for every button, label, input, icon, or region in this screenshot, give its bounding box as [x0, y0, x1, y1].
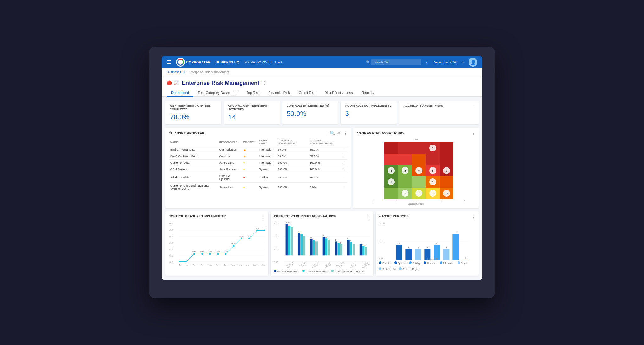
cell-priority: ♦: [242, 166, 257, 173]
svg-text:4: 4: [436, 243, 438, 244]
kpi-label-1: ONGOING RISK TREATMENT ACTIVITIES: [228, 104, 275, 111]
col-asset-type: ASSET TYPE: [257, 138, 276, 146]
matrix-cell: [384, 188, 398, 199]
kpi-aggregated-label: AGGREGATED ASSET RISKS: [403, 104, 474, 108]
asset-table-head: NAME RESPONSIBLE PRIORITY ASSET TYPE CON…: [169, 138, 347, 146]
risk-label: Risk: [356, 138, 475, 141]
cell-actions: 100.0 %: [308, 160, 341, 166]
cell-row-more[interactable]: ⋮: [341, 166, 347, 173]
svg-text:6: 6: [347, 238, 348, 240]
kpi-value-2: 50.0%: [287, 110, 334, 118]
table-row: SaaS Customer Data Anne Liu ▲ Informatio…: [169, 153, 347, 160]
tab-risk-effectiveness[interactable]: Risk Effectiveness: [320, 89, 357, 97]
chart-dot: [209, 253, 211, 255]
cell-row-more[interactable]: ⋮: [341, 173, 347, 183]
trend-icon-1: 🔴: [167, 80, 172, 85]
tab-reports[interactable]: Reports: [357, 89, 378, 97]
page-options-icon[interactable]: ⋮: [263, 80, 267, 85]
trend-icon-2: 📈: [173, 80, 179, 85]
edit-icon[interactable]: ✏: [337, 131, 341, 135]
chart-label: 12.5%: [192, 251, 196, 253]
kpi-aggregated: AGGREGATED ASSET RISKS ⋮: [399, 101, 479, 124]
col-actions: ACTIONS IMPLEMENTED (%): [308, 138, 341, 146]
inherent-risk-more-icon[interactable]: ⋮: [366, 215, 370, 220]
svg-rect-29: [359, 244, 362, 256]
cell-row-more[interactable]: ⋮: [341, 183, 347, 192]
tab-credit-risk[interactable]: Credit Risk: [294, 89, 320, 97]
legend-inherent: Inherent Risk Value: [274, 270, 299, 273]
chart-dot: [201, 253, 203, 255]
search-icon[interactable]: 🔍: [330, 131, 335, 135]
matrix-cell: [384, 142, 398, 154]
cell-priority: ▲: [242, 153, 257, 160]
svg-rect-31: [365, 247, 367, 256]
tab-dashboard[interactable]: Dashboard: [167, 89, 193, 97]
cell-asset-type: System: [257, 183, 276, 192]
next-date-button[interactable]: ›: [462, 60, 464, 64]
more-icon[interactable]: ⋮: [343, 131, 347, 135]
kpi-value-3: 3: [345, 110, 392, 118]
date-display: December 2020: [433, 60, 457, 64]
svg-text:12: 12: [313, 238, 314, 240]
aggregated-more-icon[interactable]: ⋮: [472, 103, 476, 108]
matrix-cell: 8: [412, 165, 426, 176]
breadcrumb-home[interactable]: Business HQ: [167, 70, 185, 74]
matrix-cell: [412, 142, 426, 154]
chart-dot: [264, 230, 265, 231]
cell-row-more[interactable]: ⋮: [341, 160, 347, 166]
svg-text:8: 8: [359, 242, 360, 244]
svg-rect-64: [453, 234, 459, 260]
gauge-icon: ⏱: [169, 131, 172, 135]
kpi-label-0: RISK TREATMENT ACTIVITIES COMPLETED: [170, 104, 217, 111]
cell-asset-type: System: [257, 166, 276, 173]
svg-rect-66: [462, 260, 469, 260]
svg-rect-28: [353, 244, 355, 256]
add-icon[interactable]: +: [325, 131, 327, 135]
search-input[interactable]: [371, 59, 421, 65]
matrix-cell: [412, 154, 426, 165]
cell-row-more[interactable]: ⋮: [341, 146, 347, 153]
table-row: Windpark Alpha Owe Lie Bjelland ■ Facili…: [169, 173, 347, 183]
nav-business-hq[interactable]: BUSINESS HQ: [215, 60, 239, 64]
matrix-cell: [398, 142, 412, 154]
svg-rect-14: [298, 233, 300, 255]
matrix-cell: 1: [440, 165, 453, 176]
legend-future: Future Residual Risk Value: [331, 270, 365, 273]
hamburger-icon[interactable]: ☰: [167, 59, 171, 65]
tab-financial-risk[interactable]: Financial Risk: [264, 89, 294, 97]
cell-asset-type: Facility: [257, 173, 276, 183]
breadcrumb: Business HQ › Enterprise Risk Management: [162, 68, 482, 76]
tab-risk-category[interactable]: Risk Category Dashboard: [193, 89, 242, 97]
matrix-badge: 1: [388, 178, 395, 185]
main-row: ⏱ ASSET REGISTER + 🔍 ✏ ⋮: [165, 128, 479, 208]
cell-name: CRM System: [169, 166, 218, 173]
risk-matrix-title: AGGREGATED ASSET RISKS: [356, 131, 405, 135]
matrix-badge: 1: [402, 190, 408, 197]
control-measures-more-icon[interactable]: ⋮: [261, 215, 265, 220]
cell-priority: ♦: [242, 183, 257, 192]
svg-text:3: 3: [408, 246, 409, 248]
nav-my-responsibilities[interactable]: MY RESPONSIBILITIES: [244, 60, 282, 64]
asset-per-type-more-icon[interactable]: ⋮: [471, 215, 475, 220]
cell-actions: 0.0 %: [308, 183, 341, 192]
logo: CORPORATER: [176, 58, 210, 67]
legend-residual: Residual Risk Value: [302, 270, 328, 273]
prev-date-button[interactable]: ‹: [426, 60, 428, 64]
matrix-badge: 11: [443, 190, 450, 197]
cell-priority: ♦: [242, 160, 257, 166]
col-responsible: RESPONSIBLE: [218, 138, 242, 146]
tab-top-risk[interactable]: Top Risk: [242, 89, 264, 97]
svg-text:15: 15: [322, 235, 324, 237]
svg-text:14: 14: [335, 239, 337, 241]
cell-row-more[interactable]: ⋮: [341, 153, 347, 160]
matrix-cell: 1: [384, 176, 398, 188]
user-avatar[interactable]: 👤: [469, 58, 477, 67]
risk-matrix-more-icon[interactable]: ⋮: [471, 131, 475, 136]
cell-responsible: Ola Pedersen: [218, 146, 242, 153]
svg-text:9: 9: [337, 241, 338, 242]
svg-rect-52: [396, 245, 402, 260]
laptop-frame: ☰ CORPORATER BUSINESS HQ MY RESPONSIBILI…: [149, 47, 495, 298]
svg-rect-18: [313, 240, 315, 256]
matrix-cell: [440, 176, 453, 188]
chart-dot: [186, 261, 187, 262]
